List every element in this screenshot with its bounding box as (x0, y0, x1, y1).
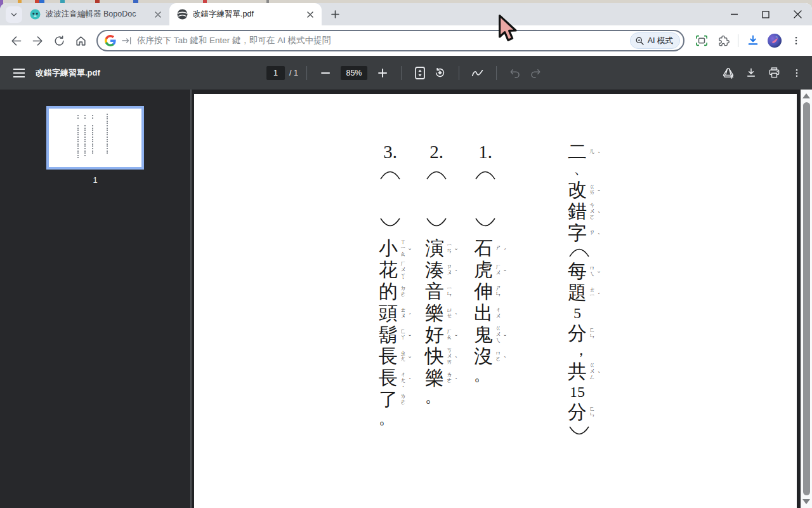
tone-mark: ˇ (504, 269, 506, 276)
main-character: 好 (424, 324, 445, 345)
char-with-zhuyin: 樂ㄩㄝˋ (424, 302, 454, 324)
zhuyin-annotation: ㄈㄣ (588, 401, 596, 423)
browser-window: 波波注音編輯器 BopoDoc 改錯字練習單.pdf (0, 3, 812, 508)
main-character: 長 (377, 345, 399, 367)
main-character: 出 (473, 302, 494, 324)
char-with-zhuyin: 二ㄦˋ (566, 141, 597, 163)
vertical-scrollbar[interactable] (801, 90, 812, 508)
reload-button[interactable] (49, 31, 69, 50)
back-button[interactable] (6, 31, 25, 50)
minimize-button[interactable] (727, 8, 741, 22)
home-button[interactable] (71, 31, 90, 50)
pdf-separator (306, 66, 307, 80)
forward-button[interactable] (28, 31, 47, 50)
print-button[interactable] (764, 63, 784, 83)
rotate-button[interactable] (430, 63, 450, 83)
downloads-button[interactable] (743, 31, 763, 50)
download-icon (747, 34, 759, 47)
pdf-viewer-content: 1 二ㄦˋ、改ㄍㄞˇ錯ㄘㄨㄛˋ字ㄗˋ每ㄇㄟˇ題ㄊㄧˊ5分ㄈㄣ，共ㄍㄨㄥˋ15分ㄈ… (0, 90, 812, 508)
tone-mark: ˋ (455, 355, 457, 363)
char-with-zhuyin: 鬼ㄍㄨㄟˇ (473, 324, 503, 345)
scrollbar-thumb[interactable] (803, 102, 810, 495)
char-with-zhuyin: 錯ㄘㄨㄛˋ (566, 201, 597, 222)
tab-bopodoc[interactable]: 波波注音編輯器 BopoDoc (22, 3, 169, 25)
save-to-drive-button[interactable] (718, 63, 738, 83)
pdf-download-button[interactable] (741, 63, 761, 83)
zhuyin-annotation: ㄘㄨㄛˋ (588, 201, 596, 222)
zoom-level-input[interactable]: 85% (341, 66, 367, 80)
main-character: 湊 (424, 259, 445, 281)
screen-capture-button[interactable] (692, 31, 711, 50)
main-character: 石 (473, 237, 494, 259)
zhuyin-annotation: ㄊㄡˊ (399, 302, 407, 324)
redo-button[interactable] (525, 63, 546, 83)
extensions-button[interactable] (714, 31, 733, 50)
zhuyin-annotation: ㄍㄞˇ (588, 179, 596, 201)
paren-open (424, 166, 449, 183)
zoom-in-button[interactable] (372, 63, 393, 83)
tone-mark: ˇ (455, 333, 457, 341)
tone-mark: ˇ (504, 333, 506, 341)
tab-pdf[interactable]: 改錯字練習單.pdf (169, 3, 322, 25)
globe-favicon-icon (177, 9, 188, 20)
pdf-menu-button[interactable] (9, 63, 29, 83)
zoom-out-button[interactable] (315, 63, 336, 83)
zhuyin-annotation: ㄏㄠˇ (445, 324, 454, 345)
tone-mark: ˊ (598, 291, 600, 299)
char-with-zhuyin: 題ㄊㄧˊ (566, 282, 597, 304)
main-character: 沒 (473, 345, 494, 367)
omnibox[interactable]: 依序按下 Tab 鍵和 Enter 鍵，即可在 AI 模式中提問 AI 模式 (96, 30, 684, 51)
zhuyin-annotation: ㄗㄡˋ (445, 259, 454, 281)
annotate-button[interactable] (468, 63, 488, 83)
char-with-zhuyin: 音ㄧㄣ (424, 281, 454, 302)
char-with-zhuyin: 小ㄒㄧㄠˇ (377, 237, 408, 259)
zhuyin-annotation: ㄉㄜ˙ (399, 281, 407, 302)
main-character: 的 (377, 281, 399, 302)
browser-menu-button[interactable] (787, 31, 806, 50)
undo-button[interactable] (505, 63, 525, 83)
zhuyin-annotation: ㄕㄣ (494, 281, 502, 302)
browser-toolbar: 依序按下 Tab 鍵和 Enter 鍵，即可在 AI 模式中提問 AI 模式 (0, 25, 812, 56)
paren-close (473, 215, 498, 231)
tab-key-icon (122, 36, 133, 45)
char-with-zhuyin: 好ㄏㄠˇ (424, 324, 454, 345)
tab-close-button[interactable] (152, 9, 163, 20)
main-character: 二 (566, 141, 588, 163)
back-icon (10, 35, 22, 47)
reload-icon (53, 35, 65, 47)
punctuation: 、 (570, 160, 592, 177)
close-window-button[interactable] (790, 8, 804, 22)
tone-mark: ˇ (598, 189, 600, 196)
zhuyin-annotation: ㄎㄨㄞˋ (445, 345, 454, 367)
new-tab-button[interactable] (327, 6, 343, 23)
tone-mark: ˋ (598, 150, 600, 158)
fit-page-button[interactable] (410, 63, 430, 83)
scroll-up-arrow[interactable] (802, 93, 810, 98)
char-with-zhuyin: 樂ㄌㄜˋ (424, 367, 454, 389)
char-with-zhuyin: 長ㄓㄤˇ (377, 345, 408, 367)
tab-close-button[interactable] (304, 9, 315, 20)
pdf-more-button[interactable] (787, 63, 807, 83)
maximize-icon (762, 11, 769, 18)
close-icon (307, 11, 313, 18)
char-with-zhuyin: 石ㄕˊ (473, 237, 503, 259)
zhuyin-annotation: ㄇㄟˇ (588, 260, 596, 282)
zhuyin-annotation: ㄔㄨ (494, 302, 502, 324)
doc-column-item-3: 3.小ㄒㄧㄠˇ花ㄏㄨㄚ的ㄉㄜ˙頭ㄊㄡˊ鬍ㄈㄚˇ長ㄓㄤˇ長ㄔㄤˊ了ㄌㄜ˙。 (377, 141, 408, 427)
main-character: 小 (377, 237, 399, 259)
tab-title: 波波注音編輯器 BopoDoc (46, 9, 148, 20)
page-thumbnail[interactable]: 1 (46, 106, 144, 185)
main-character: 長 (377, 367, 399, 389)
page-number-input[interactable]: 1 (266, 66, 285, 80)
char-with-zhuyin: 出ㄔㄨ (473, 302, 503, 324)
scroll-down-arrow[interactable] (802, 499, 810, 504)
ai-mode-button[interactable]: AI 模式 (630, 32, 680, 49)
maximize-button[interactable] (759, 8, 773, 22)
char-with-zhuyin: 字ㄗˋ (566, 222, 597, 244)
tab-search-button[interactable] (6, 6, 22, 23)
google-g-icon (105, 35, 116, 46)
chevron-down-icon (10, 11, 18, 18)
paren-blank-space (473, 183, 503, 215)
toolbar-separator (738, 34, 738, 47)
profile-avatar[interactable] (765, 31, 784, 50)
